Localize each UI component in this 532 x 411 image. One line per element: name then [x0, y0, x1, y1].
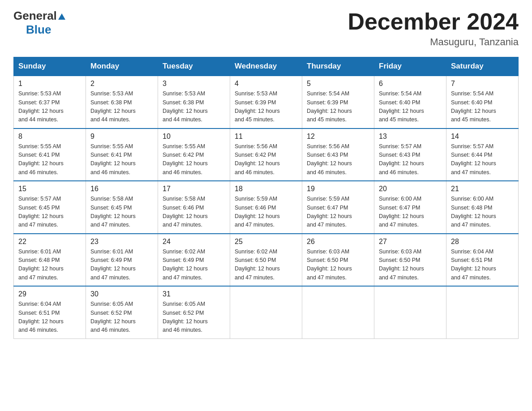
calendar-cell: 27 Sunrise: 6:03 AM Sunset: 6:50 PM Dayl… [374, 234, 446, 287]
day-info: Sunrise: 6:02 AM Sunset: 6:50 PM Dayligh… [235, 248, 297, 283]
day-info: Sunrise: 5:53 AM Sunset: 6:39 PM Dayligh… [235, 90, 297, 124]
calendar-cell: 11 Sunrise: 5:56 AM Sunset: 6:42 PM Dayl… [230, 128, 302, 181]
day-number: 17 [163, 185, 225, 193]
calendar-week-row: 8 Sunrise: 5:55 AM Sunset: 6:41 PM Dayli… [14, 128, 519, 181]
day-number: 21 [451, 185, 514, 193]
day-info: Sunrise: 6:03 AM Sunset: 6:50 PM Dayligh… [379, 248, 442, 283]
day-number: 7 [451, 80, 514, 88]
column-header-friday: Friday [374, 57, 446, 76]
calendar-cell: 28 Sunrise: 6:04 AM Sunset: 6:51 PM Dayl… [446, 234, 519, 287]
day-number: 30 [90, 290, 153, 298]
day-number: 24 [163, 238, 225, 246]
day-info: Sunrise: 5:59 AM Sunset: 6:47 PM Dayligh… [307, 195, 369, 230]
day-info: Sunrise: 6:00 AM Sunset: 6:47 PM Dayligh… [379, 195, 442, 230]
column-header-monday: Monday [86, 57, 158, 76]
calendar-cell: 26 Sunrise: 6:03 AM Sunset: 6:50 PM Dayl… [302, 234, 374, 287]
day-number: 4 [235, 80, 297, 88]
day-number: 14 [451, 133, 514, 141]
day-number: 6 [379, 80, 442, 88]
column-header-saturday: Saturday [446, 57, 519, 76]
day-info: Sunrise: 6:04 AM Sunset: 6:51 PM Dayligh… [18, 300, 81, 335]
day-info: Sunrise: 5:57 AM Sunset: 6:44 PM Dayligh… [451, 142, 514, 177]
logo: General Blue [13, 9, 65, 37]
calendar-cell [230, 286, 302, 338]
day-info: Sunrise: 5:56 AM Sunset: 6:43 PM Dayligh… [307, 142, 369, 177]
day-info: Sunrise: 6:00 AM Sunset: 6:48 PM Dayligh… [451, 195, 514, 230]
day-number: 13 [379, 133, 442, 141]
calendar-cell: 6 Sunrise: 5:54 AM Sunset: 6:40 PM Dayli… [374, 76, 446, 128]
day-number: 12 [307, 133, 369, 141]
column-header-tuesday: Tuesday [158, 57, 230, 76]
day-number: 3 [163, 80, 225, 88]
calendar-cell: 17 Sunrise: 5:58 AM Sunset: 6:46 PM Dayl… [158, 181, 230, 234]
calendar-cell: 20 Sunrise: 6:00 AM Sunset: 6:47 PM Dayl… [374, 181, 446, 234]
calendar-cell: 8 Sunrise: 5:55 AM Sunset: 6:41 PM Dayli… [14, 128, 86, 181]
day-number: 5 [307, 80, 369, 88]
day-number: 10 [163, 133, 225, 141]
calendar-table: SundayMondayTuesdayWednesdayThursdayFrid… [13, 57, 519, 339]
day-number: 15 [18, 185, 81, 193]
day-info: Sunrise: 6:05 AM Sunset: 6:52 PM Dayligh… [90, 300, 153, 335]
day-number: 1 [18, 80, 81, 88]
day-info: Sunrise: 5:53 AM Sunset: 6:38 PM Dayligh… [90, 90, 153, 124]
calendar-cell: 9 Sunrise: 5:55 AM Sunset: 6:41 PM Dayli… [86, 128, 158, 181]
calendar-cell: 10 Sunrise: 5:55 AM Sunset: 6:42 PM Dayl… [158, 128, 230, 181]
calendar-cell: 1 Sunrise: 5:53 AM Sunset: 6:37 PM Dayli… [14, 76, 86, 128]
day-info: Sunrise: 5:54 AM Sunset: 6:40 PM Dayligh… [451, 90, 514, 124]
day-info: Sunrise: 5:57 AM Sunset: 6:43 PM Dayligh… [379, 142, 442, 177]
calendar-cell: 16 Sunrise: 5:58 AM Sunset: 6:45 PM Dayl… [86, 181, 158, 234]
column-header-thursday: Thursday [302, 57, 374, 76]
day-number: 31 [163, 290, 225, 298]
day-info: Sunrise: 5:59 AM Sunset: 6:46 PM Dayligh… [235, 195, 297, 230]
calendar-cell: 2 Sunrise: 5:53 AM Sunset: 6:38 PM Dayli… [86, 76, 158, 128]
calendar-cell [446, 286, 519, 338]
calendar-cell: 3 Sunrise: 5:53 AM Sunset: 6:38 PM Dayli… [158, 76, 230, 128]
calendar-cell: 31 Sunrise: 6:05 AM Sunset: 6:52 PM Dayl… [158, 286, 230, 338]
day-info: Sunrise: 5:55 AM Sunset: 6:41 PM Dayligh… [18, 142, 81, 177]
calendar-cell: 15 Sunrise: 5:57 AM Sunset: 6:45 PM Dayl… [14, 181, 86, 234]
calendar-cell: 5 Sunrise: 5:54 AM Sunset: 6:39 PM Dayli… [302, 76, 374, 128]
calendar-cell: 29 Sunrise: 6:04 AM Sunset: 6:51 PM Dayl… [14, 286, 86, 338]
calendar-week-row: 1 Sunrise: 5:53 AM Sunset: 6:37 PM Dayli… [14, 76, 519, 128]
day-number: 16 [90, 185, 153, 193]
day-info: Sunrise: 5:54 AM Sunset: 6:40 PM Dayligh… [379, 90, 442, 124]
day-info: Sunrise: 6:04 AM Sunset: 6:51 PM Dayligh… [451, 248, 514, 283]
column-header-wednesday: Wednesday [230, 57, 302, 76]
calendar-cell: 30 Sunrise: 6:05 AM Sunset: 6:52 PM Dayl… [86, 286, 158, 338]
day-number: 26 [307, 238, 369, 246]
day-number: 18 [235, 185, 297, 193]
day-info: Sunrise: 5:56 AM Sunset: 6:42 PM Dayligh… [235, 142, 297, 177]
calendar-cell: 4 Sunrise: 5:53 AM Sunset: 6:39 PM Dayli… [230, 76, 302, 128]
day-info: Sunrise: 5:58 AM Sunset: 6:46 PM Dayligh… [163, 195, 225, 230]
day-info: Sunrise: 6:05 AM Sunset: 6:52 PM Dayligh… [163, 300, 225, 335]
calendar-header-row: SundayMondayTuesdayWednesdayThursdayFrid… [14, 57, 519, 76]
day-info: Sunrise: 5:55 AM Sunset: 6:41 PM Dayligh… [90, 142, 153, 177]
day-number: 27 [379, 238, 442, 246]
day-number: 8 [18, 133, 81, 141]
day-info: Sunrise: 5:57 AM Sunset: 6:45 PM Dayligh… [18, 195, 81, 230]
day-info: Sunrise: 5:53 AM Sunset: 6:38 PM Dayligh… [163, 90, 225, 124]
calendar-cell: 12 Sunrise: 5:56 AM Sunset: 6:43 PM Dayl… [302, 128, 374, 181]
day-number: 25 [235, 238, 297, 246]
location-title: Masuguru, Tanzania [348, 36, 519, 48]
page-header: General Blue December 2024 Masuguru, Tan… [13, 9, 519, 48]
calendar-cell: 22 Sunrise: 6:01 AM Sunset: 6:48 PM Dayl… [14, 234, 86, 287]
calendar-cell: 14 Sunrise: 5:57 AM Sunset: 6:44 PM Dayl… [446, 128, 519, 181]
calendar-cell: 25 Sunrise: 6:02 AM Sunset: 6:50 PM Dayl… [230, 234, 302, 287]
calendar-cell [374, 286, 446, 338]
day-info: Sunrise: 6:01 AM Sunset: 6:49 PM Dayligh… [90, 248, 153, 283]
logo-blue-text: Blue [26, 23, 51, 37]
day-info: Sunrise: 5:53 AM Sunset: 6:37 PM Dayligh… [18, 90, 81, 124]
calendar-cell: 19 Sunrise: 5:59 AM Sunset: 6:47 PM Dayl… [302, 181, 374, 234]
day-number: 19 [307, 185, 369, 193]
calendar-cell: 23 Sunrise: 6:01 AM Sunset: 6:49 PM Dayl… [86, 234, 158, 287]
calendar-week-row: 22 Sunrise: 6:01 AM Sunset: 6:48 PM Dayl… [14, 234, 519, 287]
day-number: 20 [379, 185, 442, 193]
day-info: Sunrise: 5:58 AM Sunset: 6:45 PM Dayligh… [90, 195, 153, 230]
day-number: 28 [451, 238, 514, 246]
calendar-week-row: 15 Sunrise: 5:57 AM Sunset: 6:45 PM Dayl… [14, 181, 519, 234]
day-info: Sunrise: 6:01 AM Sunset: 6:48 PM Dayligh… [18, 248, 81, 283]
day-info: Sunrise: 6:02 AM Sunset: 6:49 PM Dayligh… [163, 248, 225, 283]
calendar-cell: 21 Sunrise: 6:00 AM Sunset: 6:48 PM Dayl… [446, 181, 519, 234]
calendar-cell: 7 Sunrise: 5:54 AM Sunset: 6:40 PM Dayli… [446, 76, 519, 128]
